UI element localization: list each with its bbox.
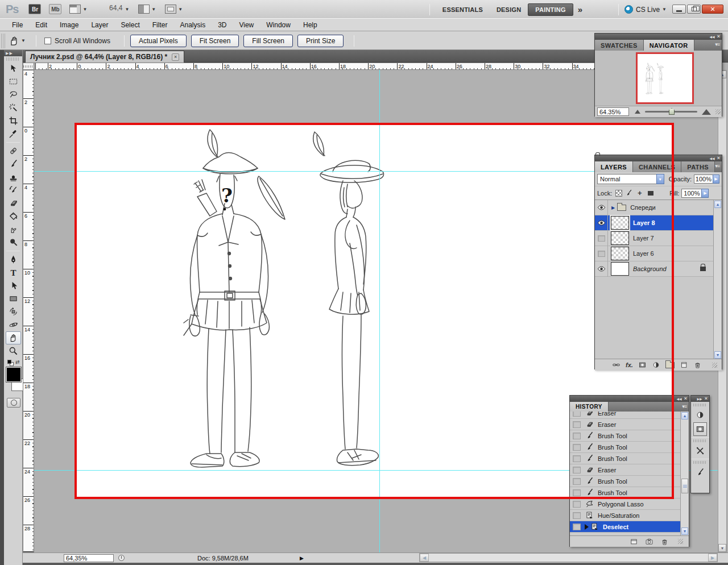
set-source-box[interactable]: [573, 412, 581, 417]
set-source-box[interactable]: [573, 467, 581, 473]
add-mask-icon[interactable]: [638, 361, 647, 369]
layers-scrollbar[interactable]: ▲ ▼: [713, 200, 722, 359]
scroll-down-icon[interactable]: ▼: [718, 544, 726, 552]
close-panel-icon[interactable]: ×: [717, 156, 720, 161]
navigator-zoom-slider[interactable]: [645, 111, 697, 113]
masks-panel-icon[interactable]: [693, 422, 707, 436]
history-state-eraser[interactable]: Eraser: [570, 464, 689, 476]
set-source-box[interactable]: [573, 489, 581, 496]
lock-position-icon[interactable]: +: [635, 189, 644, 197]
zoom-level-caret-icon[interactable]: ▼: [125, 7, 129, 12]
visibility-cell[interactable]: [595, 231, 608, 246]
3d-rotate-tool[interactable]: [6, 305, 21, 318]
clone-stamp-tool[interactable]: [6, 171, 21, 184]
print-size-button[interactable]: Print Size: [297, 35, 344, 47]
zoom-level-field[interactable]: 64,4: [96, 4, 122, 14]
tools-grip[interactable]: [6, 57, 20, 61]
dock-grip[interactable]: [693, 461, 707, 464]
scroll-up-icon[interactable]: ▲: [681, 412, 688, 419]
visibility-cell[interactable]: [595, 261, 608, 277]
layer-row-layer-8[interactable]: Layer 8: [595, 215, 722, 231]
adjustments-panel-icon[interactable]: [693, 408, 707, 422]
fit-screen-button[interactable]: Fit Screen: [191, 35, 239, 47]
history-state-eraser[interactable]: Eraser: [570, 412, 689, 419]
arrange-documents-caret-icon[interactable]: ▼: [151, 7, 156, 12]
panel-titlebar[interactable]: ◀◀ ×: [595, 155, 722, 161]
horizontal-scrollbar[interactable]: ◀ ▶: [419, 553, 718, 562]
lock-pixels-icon[interactable]: [624, 189, 633, 197]
set-source-box[interactable]: [573, 524, 581, 530]
healing-brush-tool[interactable]: [6, 144, 21, 157]
status-flyout-icon[interactable]: ▶: [300, 555, 304, 561]
rectangle-tool[interactable]: [6, 292, 21, 305]
set-source-box[interactable]: [573, 444, 581, 451]
tab-swatches[interactable]: SWATCHES: [595, 40, 644, 51]
menu-view[interactable]: View: [233, 19, 260, 31]
panel-menu-icon[interactable]: ▾≡: [715, 41, 719, 47]
move-tool[interactable]: [6, 62, 21, 75]
crop-tool[interactable]: [6, 114, 21, 127]
scrollbar-thumb[interactable]: [681, 479, 688, 493]
panel-menu-icon[interactable]: ▾≡: [682, 404, 686, 409]
menu-filter[interactable]: Filter: [146, 19, 174, 31]
new-group-icon[interactable]: [665, 362, 675, 368]
history-state-brush-tool[interactable]: Brush Tool: [570, 430, 689, 442]
menu-3d[interactable]: 3D: [212, 19, 233, 31]
pen-tool[interactable]: [6, 253, 21, 266]
layer-thumbnail[interactable]: [611, 262, 629, 276]
set-source-box[interactable]: [573, 433, 581, 439]
brush-presets-panel-icon[interactable]: [693, 466, 707, 479]
navigator-zoom-field[interactable]: 64.35%: [597, 107, 629, 116]
view-extras-caret-icon[interactable]: ▼: [82, 7, 87, 12]
close-button[interactable]: ✕: [702, 5, 723, 14]
tab-channels[interactable]: CHANNELS: [633, 161, 681, 172]
smudge-tool[interactable]: [6, 223, 21, 236]
menu-analysis[interactable]: Analysis: [173, 19, 212, 31]
hand-tool[interactable]: [6, 331, 21, 344]
workspace-essentials[interactable]: ESSENTIALS: [436, 4, 490, 15]
panel-titlebar[interactable]: ▶▶ ×: [691, 396, 709, 402]
close-dock-icon[interactable]: ×: [705, 396, 708, 401]
new-snapshot-icon[interactable]: [645, 538, 653, 546]
set-source-box[interactable]: [573, 421, 581, 428]
adjustment-layer-icon[interactable]: [652, 361, 660, 369]
visibility-cell[interactable]: [595, 246, 608, 261]
new-layer-icon[interactable]: [680, 361, 688, 369]
path-selection-tool[interactable]: [6, 279, 21, 292]
lock-transparency-icon[interactable]: [615, 190, 622, 197]
layer-thumbnail[interactable]: [611, 231, 629, 245]
swap-colors-icon[interactable]: ⇄: [15, 359, 20, 365]
close-panel-icon[interactable]: ×: [684, 396, 687, 401]
history-state-brush-tool[interactable]: Brush Tool: [570, 476, 689, 487]
workspace-painting[interactable]: PAINTING: [528, 3, 573, 16]
workspace-design[interactable]: DESIGN: [490, 4, 528, 15]
scroll-left-icon[interactable]: ◀: [420, 554, 429, 562]
new-document-from-state-icon[interactable]: [630, 538, 638, 546]
panel-resize-grip[interactable]: [712, 363, 717, 368]
foreground-color-swatch[interactable]: [6, 367, 21, 382]
fill-caret-icon[interactable]: ▶: [701, 189, 709, 198]
layer-row-спереди[interactable]: ▶Спереди: [595, 200, 722, 215]
history-state-deselect[interactable]: Deselect: [570, 521, 689, 533]
zoom-tool[interactable]: [6, 344, 21, 358]
set-source-box[interactable]: [573, 512, 581, 519]
zoom-in-icon[interactable]: [702, 109, 711, 115]
collapse-panel-icon[interactable]: ◀◀: [677, 397, 682, 401]
quick-mask-button[interactable]: [7, 398, 20, 408]
3d-orbit-tool[interactable]: [6, 318, 21, 331]
status-zoom-field[interactable]: 64,35%: [64, 554, 114, 562]
tools-collapse-icon[interactable]: ▶▶: [4, 50, 22, 56]
menu-image[interactable]: Image: [53, 19, 85, 31]
fill-screen-button[interactable]: Fill Screen: [243, 35, 293, 47]
eyedropper-tool[interactable]: [6, 127, 21, 140]
restore-button[interactable]: [687, 5, 701, 14]
zoom-out-icon[interactable]: [635, 110, 640, 114]
screen-mode-caret-icon[interactable]: ▼: [178, 7, 183, 12]
delete-layer-icon[interactable]: [693, 361, 702, 369]
scroll-down-icon[interactable]: ▼: [681, 527, 688, 535]
menu-edit[interactable]: Edit: [29, 19, 53, 31]
panel-menu-icon[interactable]: ▾≡: [715, 163, 719, 169]
rectangular-marquee-tool[interactable]: [6, 75, 21, 88]
panel-titlebar[interactable]: ◀◀ ×: [595, 34, 722, 40]
bridge-button[interactable]: Br: [28, 4, 41, 14]
